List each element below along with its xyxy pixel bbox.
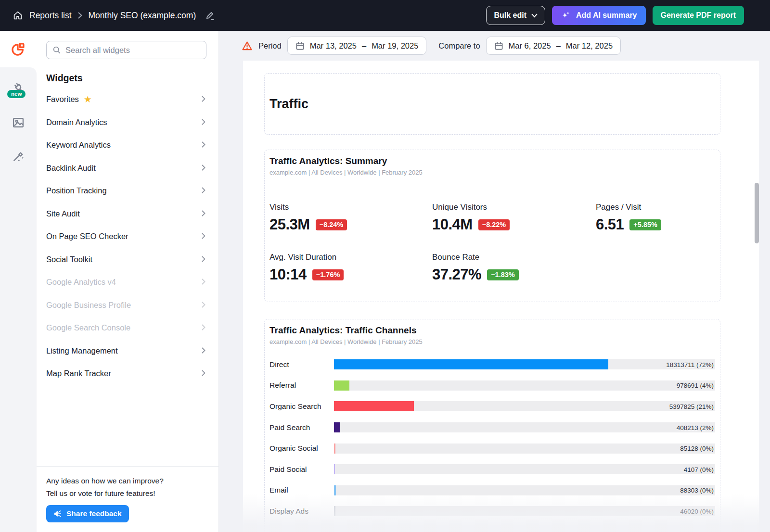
search-input[interactable] (65, 46, 200, 55)
channel-label: Display Ads (270, 507, 334, 516)
add-ai-summary-label: Add AI summary (576, 11, 637, 20)
feedback-footer: Any ideas on how we can improve? Tell us… (37, 466, 218, 532)
sidebar-item-google-analytics-v4[interactable]: Google Analytics v4 (37, 271, 218, 294)
bar-track: 85128 (0%) (334, 443, 715, 454)
tab-widgets[interactable] (0, 31, 37, 67)
channel-value: 4107 (0%) (684, 466, 714, 473)
pie-chart-icon (11, 41, 26, 57)
sidebar-item-favorites[interactable]: Favorites★ (37, 88, 218, 111)
bar-fill (334, 422, 340, 432)
share-feedback-button[interactable]: Share feedback (46, 505, 129, 522)
report-canvas: Traffic Traffic Analytics: Summary examp… (243, 61, 759, 532)
bar-track: 18313711 (72%) (334, 359, 715, 369)
sidebar-item-site-audit[interactable]: Site Audit (37, 203, 218, 226)
compare-end-date: Mar 12, 2025 (566, 41, 613, 51)
sidebar-item-label: Backlink Audit (46, 164, 202, 173)
channel-value: 85128 (0%) (680, 445, 714, 452)
sidebar-item-backlink-audit[interactable]: Backlink Audit (37, 157, 218, 180)
compare-to-label: Compare to (438, 41, 480, 51)
bar-track: 88303 (0%) (334, 485, 715, 495)
chevron-right-icon (202, 140, 205, 150)
megaphone-icon (53, 509, 62, 518)
channel-row-referral: Referral978691 (4%) (270, 375, 715, 396)
breadcrumb-chevron-icon (78, 12, 82, 19)
sidebar-item-google-search-console[interactable]: Google Search Console (37, 317, 218, 340)
add-ai-summary-button[interactable]: Add AI summary (552, 6, 646, 25)
vertical-scrollbar-thumb[interactable] (755, 183, 759, 243)
widget-subtitle: example.com | All Devices | Worldwide | … (270, 338, 715, 345)
sidebar-item-on-page-seo-checker[interactable]: On Page SEO Checker (37, 225, 218, 248)
widget-list: Favorites★Domain AnalyticsKeyword Analyt… (37, 88, 218, 385)
channel-label: Email (270, 486, 334, 494)
tab-images[interactable] (8, 115, 29, 130)
bar-fill (334, 464, 335, 474)
summary-metrics: Visits25.3M−8.24%Unique Visitors10.4M−8.… (270, 203, 715, 302)
channel-row-organic-social: Organic Social85128 (0%) (270, 438, 715, 459)
metric-label: Visits (270, 203, 432, 212)
sidebar-item-social-toolkit[interactable]: Social Toolkit (37, 248, 218, 271)
metric-unique-visitors: Unique Visitors10.4M−8.22% (432, 203, 596, 233)
header-actions: Bulk edit Add AI summary Generate PDF re… (486, 6, 744, 25)
chevron-right-icon (202, 301, 205, 310)
tab-integrations[interactable]: new (8, 80, 29, 94)
chevron-right-icon (202, 186, 205, 195)
sidebar-item-listing-management[interactable]: Listing Management (37, 340, 218, 363)
channel-label: Paid Search (270, 423, 334, 432)
channel-value: 46020 (0%) (680, 507, 714, 515)
traffic-summary-widget[interactable]: Traffic Analytics: Summary example.com |… (264, 150, 720, 302)
breadcrumb-reports-list[interactable]: Reports list (29, 11, 72, 21)
widget-search (46, 41, 206, 59)
bar-fill (334, 443, 335, 454)
favorites-star-icon: ★ (84, 95, 92, 104)
sidebar-item-google-business-profile[interactable]: Google Business Profile (37, 294, 218, 317)
widget-panel: Widgets Favorites★Domain AnalyticsKeywor… (37, 31, 219, 532)
sidebar-item-label: Keyword Analytics (46, 140, 202, 150)
channel-value: 18313711 (72%) (666, 361, 714, 368)
bar-fill (334, 401, 414, 411)
sparkles-icon (561, 10, 571, 21)
metric-value: 10:14 (270, 266, 307, 283)
bar-fill (334, 485, 336, 495)
feedback-line1: Any ideas on how we can improve? (46, 477, 164, 485)
bar-track: 5397825 (21%) (334, 401, 715, 411)
sidebar-item-label: Social Toolkit (46, 255, 202, 264)
chevron-right-icon (202, 95, 205, 104)
period-label: Period (258, 41, 282, 51)
channel-value: 88303 (0%) (680, 487, 714, 494)
channel-row-paid-social: Paid Social4107 (0%) (270, 459, 715, 480)
metric-delta-badge: −1.76% (312, 269, 344, 280)
bulk-edit-label: Bulk edit (494, 11, 526, 20)
sidebar-item-keyword-analytics[interactable]: Keyword Analytics (37, 134, 218, 157)
period-date-range[interactable]: Mar 13, 2025 – Mar 19, 2025 (287, 37, 427, 55)
compare-date-range[interactable]: Mar 6, 2025 – Mar 12, 2025 (486, 37, 621, 55)
sidebar-item-domain-analytics[interactable]: Domain Analytics (37, 111, 218, 134)
bar-fill (334, 380, 349, 391)
metric-delta-badge: −1.83% (487, 269, 519, 280)
bulk-edit-button[interactable]: Bulk edit (486, 6, 545, 25)
bar-track: 408213 (2%) (334, 422, 715, 432)
sidebar-item-label: Google Search Console (46, 323, 202, 332)
channel-label: Organic Social (270, 444, 334, 453)
icon-rail-lower: new (0, 67, 37, 532)
generate-pdf-button[interactable]: Generate PDF report (653, 6, 744, 25)
edit-pencil-icon[interactable] (205, 11, 215, 21)
traffic-channels-widget[interactable]: Traffic Analytics: Traffic Channels exam… (264, 319, 720, 532)
warning-icon (242, 40, 253, 51)
metric-avg-visit-duration: Avg. Visit Duration10:14−1.76% (270, 253, 432, 283)
bar-track: 4107 (0%) (334, 464, 715, 474)
tab-design[interactable] (8, 149, 29, 164)
sidebar-item-map-rank-tracker[interactable]: Map Rank Tracker (37, 362, 218, 385)
sidebar-item-position-tracking[interactable]: Position Tracking (37, 179, 218, 203)
chevron-right-icon (202, 118, 205, 127)
section-title-widget[interactable]: Traffic (264, 73, 720, 135)
calendar-icon (494, 41, 503, 51)
channel-label: Organic Search (270, 402, 334, 411)
breadcrumb: Reports list Monthly SEO (example.com) (13, 10, 486, 21)
range-dash: – (362, 41, 366, 51)
home-icon[interactable] (13, 10, 23, 21)
new-badge: new (7, 90, 26, 98)
period-end-date: Mar 19, 2025 (372, 41, 418, 51)
share-feedback-label: Share feedback (66, 509, 122, 518)
chevron-down-icon (531, 13, 538, 18)
metric-label: Unique Visitors (432, 203, 596, 212)
